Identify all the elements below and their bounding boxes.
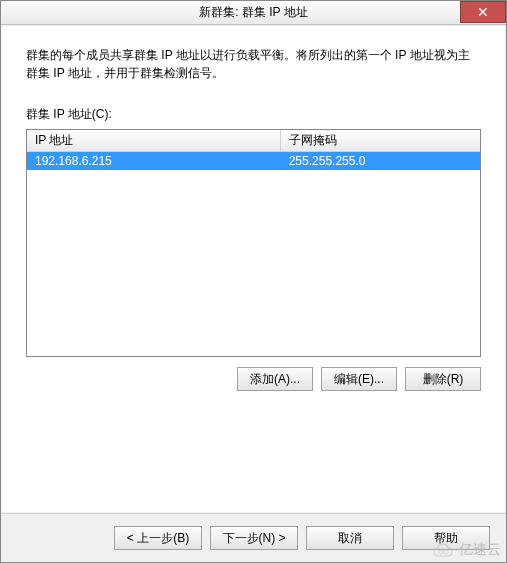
edit-button[interactable]: 编辑(E)... — [321, 367, 397, 391]
close-icon: ✕ — [477, 4, 489, 20]
cancel-button[interactable]: 取消 — [306, 526, 394, 550]
table-row[interactable]: 192.168.6.215 255.255.255.0 — [27, 152, 480, 171]
titlebar: 新群集: 群集 IP 地址 ✕ — [1, 1, 506, 25]
close-button[interactable]: ✕ — [460, 1, 506, 23]
column-header-mask[interactable]: 子网掩码 — [281, 130, 480, 152]
next-button[interactable]: 下一步(N) > — [210, 526, 298, 550]
content-area: 群集的每个成员共享群集 IP 地址以进行负载平衡。将所列出的第一个 IP 地址视… — [2, 26, 505, 512]
row-action-buttons: 添加(A)... 编辑(E)... 删除(R) — [26, 367, 481, 391]
ip-address-table: IP 地址 子网掩码 192.168.6.215 255.255.255.0 — [27, 130, 480, 170]
window-title: 新群集: 群集 IP 地址 — [199, 4, 307, 21]
ip-list-label: 群集 IP 地址(C): — [26, 106, 481, 123]
remove-button[interactable]: 删除(R) — [405, 367, 481, 391]
add-button[interactable]: 添加(A)... — [237, 367, 313, 391]
table-header-row: IP 地址 子网掩码 — [27, 130, 480, 152]
cell-mask: 255.255.255.0 — [281, 152, 480, 171]
help-button[interactable]: 帮助 — [402, 526, 490, 550]
description-text: 群集的每个成员共享群集 IP 地址以进行负载平衡。将所列出的第一个 IP 地址视… — [26, 46, 481, 82]
dialog-window: 新群集: 群集 IP 地址 ✕ 群集的每个成员共享群集 IP 地址以进行负载平衡… — [0, 0, 507, 563]
back-button[interactable]: < 上一步(B) — [114, 526, 202, 550]
ip-table-container: IP 地址 子网掩码 192.168.6.215 255.255.255.0 — [26, 129, 481, 357]
column-header-ip[interactable]: IP 地址 — [27, 130, 281, 152]
wizard-footer: < 上一步(B) 下一步(N) > 取消 帮助 — [1, 513, 506, 562]
cell-ip: 192.168.6.215 — [27, 152, 281, 171]
